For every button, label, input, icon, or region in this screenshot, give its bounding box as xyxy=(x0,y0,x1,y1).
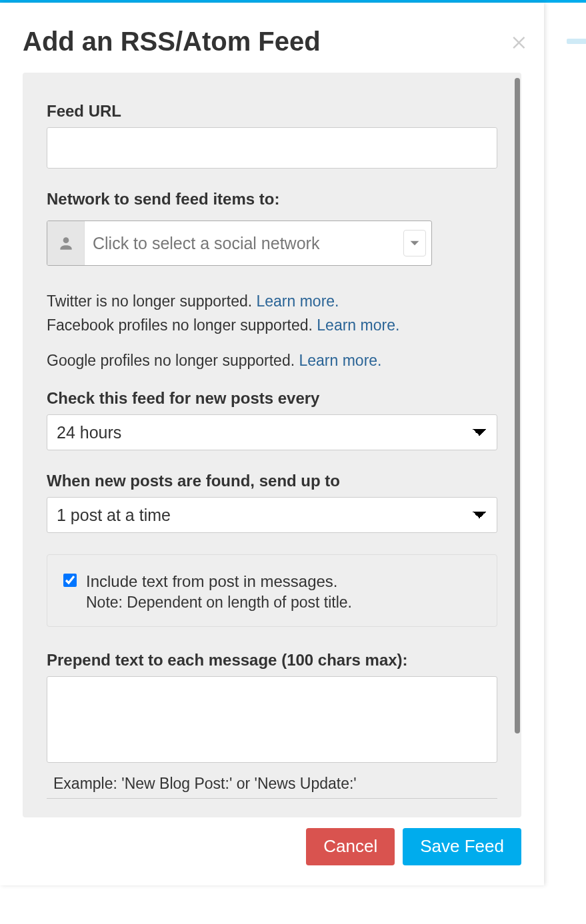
google-learn-more-link[interactable]: Learn more. xyxy=(299,352,381,369)
close-icon xyxy=(511,33,529,52)
facebook-notice-text: Facebook profiles no longer supported. xyxy=(47,316,317,334)
background-accent xyxy=(567,39,586,44)
prepend-textarea[interactable] xyxy=(47,676,497,763)
chevron-down-icon xyxy=(409,240,420,246)
chevron-button[interactable] xyxy=(403,230,426,256)
cancel-button[interactable]: Cancel xyxy=(306,828,395,865)
check-frequency-label: Check this feed for new posts every xyxy=(47,389,497,408)
svg-point-0 xyxy=(63,237,69,243)
save-feed-button[interactable]: Save Feed xyxy=(403,828,521,865)
send-count-label: When new posts are found, send up to xyxy=(47,472,497,490)
include-text-card: Include text from post in messages. Note… xyxy=(47,554,497,627)
include-text-note: Note: Dependent on length of post title. xyxy=(86,594,481,612)
network-group: Network to send feed items to: Click to … xyxy=(47,190,497,266)
prepend-label: Prepend text to each message (100 chars … xyxy=(47,651,497,670)
facebook-notice: Facebook profiles no longer supported. L… xyxy=(47,314,497,338)
include-text-checkbox[interactable] xyxy=(63,574,77,587)
google-notice-text: Google profiles no longer supported. xyxy=(47,352,299,369)
network-chevron-wrap xyxy=(398,221,431,265)
add-feed-modal: Add an RSS/Atom Feed Feed URL Network to… xyxy=(0,3,544,885)
twitter-learn-more-link[interactable]: Learn more. xyxy=(257,292,339,310)
feed-url-input[interactable] xyxy=(47,127,497,169)
network-placeholder: Click to select a social network xyxy=(85,221,398,265)
trash-icon xyxy=(559,293,581,316)
user-icon xyxy=(57,234,75,252)
scrollbar[interactable] xyxy=(515,78,520,733)
feed-url-group: Feed URL xyxy=(47,102,497,169)
check-frequency-select[interactable]: 24 hours xyxy=(47,414,497,450)
send-count-select[interactable]: 1 post at a time xyxy=(47,497,497,533)
network-select[interactable]: Click to select a social network xyxy=(47,221,432,266)
send-count-group: When new posts are found, send up to 1 p… xyxy=(47,472,497,533)
prepend-example: Example: 'New Blog Post:' or 'News Updat… xyxy=(47,765,497,799)
modal-title: Add an RSS/Atom Feed xyxy=(23,27,521,57)
twitter-notice: Twitter is no longer supported. Learn mo… xyxy=(47,290,497,314)
close-button[interactable] xyxy=(511,33,531,53)
google-notice: Google profiles no longer supported. Lea… xyxy=(47,349,497,373)
network-avatar-icon-wrap xyxy=(47,221,85,265)
check-frequency-group: Check this feed for new posts every 24 h… xyxy=(47,389,497,450)
twitter-notice-text: Twitter is no longer supported. xyxy=(47,292,257,310)
include-text-main: Include text from post in messages. xyxy=(86,570,481,594)
include-text-body: Include text from post in messages. Note… xyxy=(86,570,481,612)
footer-buttons: Cancel Save Feed xyxy=(23,828,521,865)
facebook-learn-more-link[interactable]: Learn more. xyxy=(317,316,399,334)
deprecation-notices: Twitter is no longer supported. Learn mo… xyxy=(47,290,497,373)
prepend-group: Prepend text to each message (100 chars … xyxy=(47,651,497,799)
form-panel: Feed URL Network to send feed items to: … xyxy=(23,73,521,817)
feed-url-label: Feed URL xyxy=(47,102,497,121)
trash-icon xyxy=(559,356,581,378)
background-icons xyxy=(559,293,585,378)
network-label: Network to send feed items to: xyxy=(47,190,497,209)
